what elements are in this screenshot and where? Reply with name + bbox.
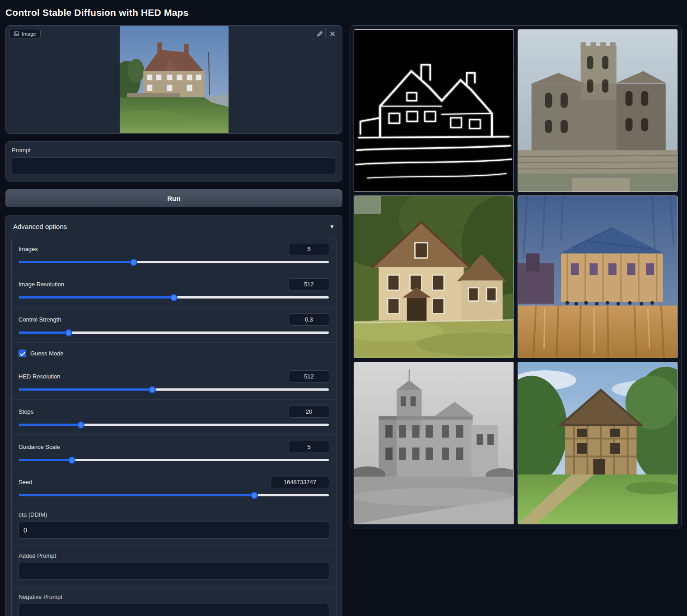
added-prompt-input[interactable] — [19, 563, 329, 580]
image-toolbar — [314, 28, 338, 39]
advanced-options-body: Images Image Resolution — [11, 237, 336, 616]
slider-images: Images — [12, 237, 336, 272]
gallery-item-stone-castle[interactable] — [518, 29, 678, 192]
slider-images-label: Images — [19, 246, 38, 252]
slider-guidance-scale-label: Guidance Scale — [19, 443, 60, 450]
added-prompt-field: Added Prompt — [12, 546, 336, 588]
slider-control-strength-handle[interactable] — [65, 329, 72, 336]
image-icon — [14, 31, 19, 37]
negative-prompt-field: Negative Prompt — [12, 588, 336, 616]
slider-hed-resolution: HED Resolution — [12, 364, 336, 400]
slider-guidance-scale-handle[interactable] — [68, 457, 75, 464]
gallery-grid — [354, 29, 678, 524]
slider-guidance-scale-track[interactable] — [19, 459, 329, 461]
prompt-input[interactable] — [12, 157, 336, 174]
victorian-house-painting-image — [354, 196, 514, 358]
advanced-options-header[interactable]: Advanced options ▼ — [11, 220, 336, 232]
slider-image-resolution-track[interactable] — [19, 296, 329, 299]
gallery-item-hed-edge-map[interactable] — [354, 29, 514, 192]
slider-seed-handle[interactable] — [251, 492, 258, 499]
added-prompt-label: Added Prompt — [19, 552, 329, 559]
painterly-building-rain-image — [518, 196, 678, 358]
slider-steps-handle[interactable] — [77, 421, 84, 429]
negative-prompt-label: Negative Prompt — [19, 593, 329, 600]
clear-image-button[interactable] — [327, 28, 338, 39]
eta-input[interactable] — [19, 522, 329, 539]
image-upload-block[interactable]: Image — [5, 25, 342, 134]
negative-prompt-input[interactable] — [19, 604, 329, 616]
gallery-item-bw-gothic-building[interactable] — [354, 362, 514, 524]
slider-steps: Steps — [12, 400, 336, 435]
slider-seed: Seed — [12, 470, 336, 505]
slider-images-value[interactable] — [289, 243, 329, 255]
timber-house-lawn-image — [518, 362, 678, 524]
slider-images-track[interactable] — [19, 261, 329, 263]
results-column — [350, 25, 682, 528]
hed-edge-map-image — [354, 30, 514, 191]
pencil-icon — [317, 31, 323, 37]
prompt-block: Prompt — [5, 141, 342, 182]
slider-control-strength-value[interactable] — [289, 313, 329, 326]
guess-mode-label: Guess Mode — [30, 350, 64, 357]
slider-hed-resolution-label: HED Resolution — [19, 373, 61, 380]
gallery-item-victorian-house-painting[interactable] — [354, 196, 514, 358]
slider-guidance-scale-value[interactable] — [289, 441, 329, 453]
slider-control-strength: Control Strength — [12, 308, 336, 343]
gallery-item-timber-house-lawn[interactable] — [518, 362, 678, 524]
bw-gothic-building-image — [354, 362, 514, 524]
gallery-item-painterly-building-rain[interactable] — [518, 196, 678, 358]
slider-image-resolution: Image Resolution — [12, 272, 336, 308]
main-columns: Image — [5, 25, 682, 616]
prompt-label: Prompt — [12, 147, 336, 154]
slider-hed-resolution-value[interactable] — [289, 370, 329, 383]
image-component-label: Image — [22, 31, 36, 37]
page: Control Stable Diffusion with HED Maps I… — [0, 0, 687, 616]
slider-hed-resolution-handle[interactable] — [149, 386, 156, 393]
guess-mode-checkbox-row[interactable]: Guess Mode — [12, 343, 336, 364]
run-button[interactable]: Run — [5, 189, 342, 207]
slider-guidance-scale: Guidance Scale — [12, 435, 336, 470]
slider-steps-label: Steps — [19, 408, 33, 415]
image-component-chip[interactable]: Image — [9, 29, 41, 38]
edit-image-button[interactable] — [314, 28, 326, 39]
slider-hed-resolution-track[interactable] — [19, 388, 329, 391]
slider-steps-value[interactable] — [289, 406, 329, 418]
close-icon — [329, 31, 336, 37]
slider-seed-track[interactable] — [19, 494, 329, 496]
house-photo-image — [120, 26, 229, 133]
slider-images-handle[interactable] — [130, 259, 137, 266]
page-title: Control Stable Diffusion with HED Maps — [5, 7, 682, 18]
guess-mode-checkbox[interactable] — [19, 350, 26, 357]
uploaded-house-photo[interactable] — [120, 26, 229, 133]
advanced-options-block: Advanced options ▼ Images — [5, 215, 342, 616]
slider-image-resolution-handle[interactable] — [170, 294, 178, 301]
eta-field: eta (DDIM) — [12, 505, 336, 546]
slider-image-resolution-value[interactable] — [289, 278, 329, 290]
slider-control-strength-track[interactable] — [19, 331, 329, 334]
chevron-down-icon: ▼ — [329, 224, 335, 230]
slider-control-strength-label: Control Strength — [19, 316, 61, 323]
slider-seed-label: Seed — [19, 479, 32, 485]
slider-seed-value[interactable] — [271, 476, 329, 488]
stone-castle-image — [518, 30, 678, 191]
advanced-options-title: Advanced options — [13, 223, 67, 230]
slider-steps-track[interactable] — [19, 424, 329, 426]
eta-label: eta (DDIM) — [19, 511, 329, 518]
output-gallery — [350, 25, 682, 528]
controls-column: Image — [5, 25, 342, 616]
slider-image-resolution-label: Image Resolution — [19, 281, 64, 288]
